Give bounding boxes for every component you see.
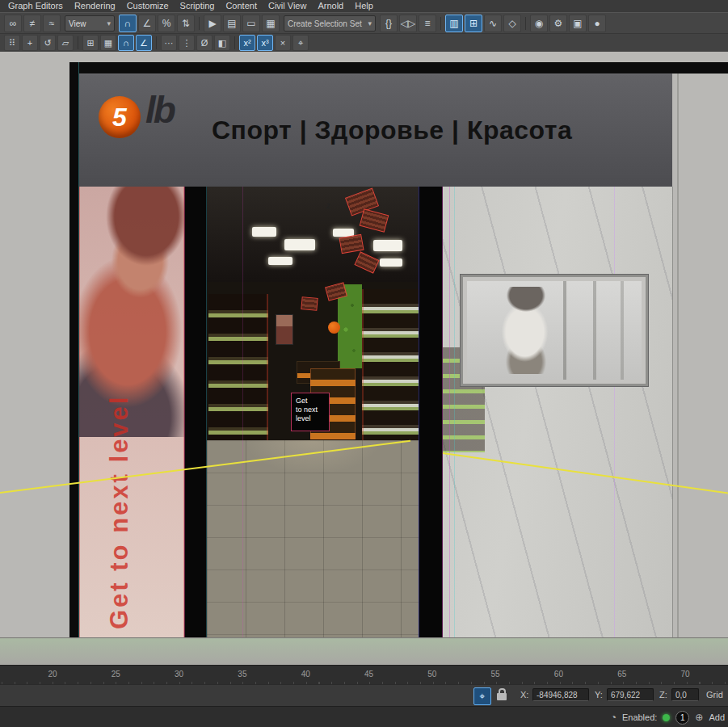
menu-civil-view[interactable]: Civil View xyxy=(263,0,312,12)
schematic-view-icon[interactable]: ◇ xyxy=(503,15,521,32)
render-setup-icon[interactable]: ⚙ xyxy=(549,15,567,32)
ceiling-light xyxy=(284,239,315,250)
view-dropdown-value: View xyxy=(69,19,86,28)
display-sign: Getto nextlevel xyxy=(291,393,330,431)
enabled-cluster: ◔ Enabled: 1 ⊕ Add xyxy=(611,707,725,727)
curve-editor-icon[interactable]: ∿ xyxy=(484,15,502,32)
toolbar-separator xyxy=(525,17,526,30)
selection-set-dropdown[interactable]: Create Selection Set xyxy=(284,15,376,32)
back-wall-poster xyxy=(276,315,292,344)
measure-icon[interactable]: Ø xyxy=(196,35,213,51)
toolbar-icons-c: {}◁▷≡▥⊞∿◇◉⚙▣● xyxy=(379,15,607,32)
toolbar-icons-b: ∩∠%⇅▶▤▭▦ xyxy=(118,15,280,32)
bottom-bar: ◔ Enabled: 1 ⊕ Add xyxy=(0,706,728,727)
status-bar: ⌖ X: -84946,828 Y: 679,622 Z: 0,0 Grid xyxy=(0,684,728,707)
cross-icon[interactable]: × xyxy=(275,35,291,51)
material-editor-icon[interactable]: ◉ xyxy=(530,15,548,32)
named-sets-icon[interactable]: {} xyxy=(380,15,398,32)
select-and-link-icon[interactable]: ∞ xyxy=(4,15,22,32)
x2-icon[interactable]: x² xyxy=(239,35,255,51)
enabled-status-dot[interactable] xyxy=(663,714,670,721)
view-dropdown[interactable]: View xyxy=(65,15,115,32)
render-production-icon[interactable]: ● xyxy=(588,15,606,32)
x3-icon[interactable]: x³ xyxy=(257,35,273,51)
dots-grid-icon[interactable]: ⠿ xyxy=(4,35,20,51)
y-coordinate-field[interactable]: 679,622 xyxy=(607,688,654,701)
front-ground xyxy=(0,637,728,665)
timeline-tick-60: 60 xyxy=(554,670,563,679)
add-entry-icon[interactable]: ⊕ xyxy=(695,712,703,723)
menu-arnold[interactable]: Arnold xyxy=(312,0,349,12)
menubar: Graph EditorsRenderingCustomizeScripting… xyxy=(0,0,728,12)
menu-graph-editors[interactable]: Graph Editors xyxy=(2,0,69,12)
array-icon[interactable]: ⋯ xyxy=(161,35,177,51)
viewport[interactable]: 5 lb Спорт | Здоровье | Красота Get to n… xyxy=(0,51,728,665)
shelf-unit-right xyxy=(362,289,419,464)
toolbar-separator xyxy=(234,36,235,49)
menu-scripting[interactable]: Scripting xyxy=(175,0,221,12)
x-coordinate-field[interactable]: -84946,828 xyxy=(532,688,589,701)
absolute-offset-toggle-icon[interactable]: ⌖ xyxy=(473,687,491,705)
timeline-tick-30: 30 xyxy=(175,670,183,679)
move-gizmo-icon[interactable]: + xyxy=(22,35,38,51)
toolbar-separator xyxy=(440,17,441,30)
wireframe-line xyxy=(614,187,615,637)
magnet-angle-icon[interactable]: ∠ xyxy=(136,35,152,51)
interior-floor xyxy=(207,440,419,637)
bind-to-spacewarp-icon[interactable]: ≈ xyxy=(43,15,61,32)
timeline-tick-20: 20 xyxy=(48,670,57,679)
select-object-icon[interactable]: ▶ xyxy=(204,15,221,32)
percent-snap-icon[interactable]: % xyxy=(158,15,175,32)
region-select-icon[interactable]: ▭ xyxy=(242,15,260,32)
target-icon[interactable]: ⌖ xyxy=(292,35,309,51)
display-sign-line: Get xyxy=(296,397,329,406)
z-coordinate-field[interactable]: 0,0 xyxy=(671,688,699,701)
store-sign: 5 lb Спорт | Здоровье | Красота xyxy=(79,74,672,188)
snap-grid-icon[interactable]: ▦ xyxy=(100,35,116,51)
display-sign-line: to next xyxy=(296,406,329,414)
wireframe-line xyxy=(449,187,450,637)
mirror-icon[interactable]: ◁▷ xyxy=(399,15,417,32)
main-toolbar: ∞≠≈ View ∩∠%⇅▶▤▭▦ Create Selection Set {… xyxy=(0,12,728,34)
layer-manager-icon[interactable]: ▥ xyxy=(445,15,463,32)
align-icon[interactable]: ≡ xyxy=(419,15,436,32)
unlink-selection-icon[interactable]: ≠ xyxy=(23,15,41,32)
toolbar-extras: ⠿+↺▱⊞▦∩∠⋯⋮Ø◧x²x³×⌖ xyxy=(3,35,309,51)
store-logo-small xyxy=(328,321,340,334)
enabled-count-badge[interactable]: 1 xyxy=(675,711,689,725)
spacing-tool-icon[interactable]: ⋮ xyxy=(179,35,195,51)
angle-snap-icon[interactable]: ∠ xyxy=(138,15,156,32)
snap-toggle-icon[interactable]: ∩ xyxy=(119,15,137,32)
wireframe-line xyxy=(454,187,455,637)
rotate-gizmo-icon[interactable]: ↺ xyxy=(40,35,56,51)
menu-rendering[interactable]: Rendering xyxy=(69,0,121,12)
z-label: Z: xyxy=(659,690,667,700)
clock-icon[interactable]: ◔ xyxy=(611,712,616,723)
spinner-snap-icon[interactable]: ⇅ xyxy=(177,15,195,32)
timeline-tick-70: 70 xyxy=(680,670,689,679)
storefront-left-beam xyxy=(69,62,79,637)
y-label: Y: xyxy=(595,690,603,700)
menu-customize[interactable]: Customize xyxy=(121,0,175,12)
sign-title: Спорт | Здоровье | Красота xyxy=(212,74,572,187)
selection-lock-icon[interactable] xyxy=(497,693,507,700)
wire-color-icon[interactable]: ◧ xyxy=(214,35,230,51)
crossing-select-icon[interactable]: ▦ xyxy=(262,15,280,32)
scale-gizmo-icon[interactable]: ▱ xyxy=(57,35,74,51)
glass-wall xyxy=(443,187,673,637)
left-poster: Get to next level xyxy=(79,187,184,637)
add-label[interactable]: Add xyxy=(709,712,725,722)
3ds-max-window: Graph EditorsRenderingCustomizeScripting… xyxy=(0,0,728,727)
door-column-left xyxy=(184,187,207,637)
magnet-icon[interactable]: ∩ xyxy=(118,35,134,51)
timeline-ruler[interactable]: 2025303540455055606570 xyxy=(0,665,728,685)
timeline-tick-55: 55 xyxy=(491,670,500,679)
x-label: X: xyxy=(520,690,528,700)
menu-help[interactable]: Help xyxy=(349,0,379,12)
menu-content[interactable]: Content xyxy=(220,0,263,12)
grid-icon[interactable]: ⊞ xyxy=(82,35,99,51)
rendered-frame-icon[interactable]: ▣ xyxy=(569,15,587,32)
scene-explorer-icon[interactable]: ⊞ xyxy=(465,15,482,32)
timeline-tick-65: 65 xyxy=(617,670,626,679)
select-by-name-icon[interactable]: ▤ xyxy=(223,15,241,32)
